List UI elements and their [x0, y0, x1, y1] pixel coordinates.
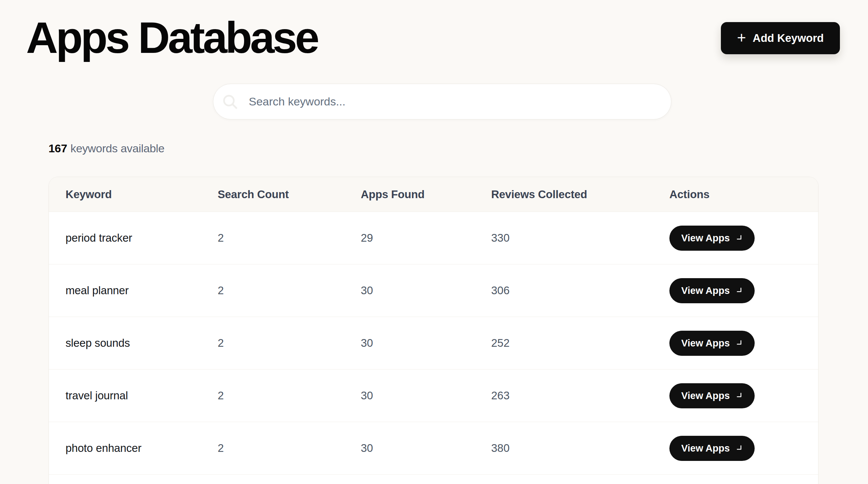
keyword-cell: meal planner — [65, 284, 218, 297]
return-arrow-icon — [736, 392, 743, 399]
return-arrow-icon — [736, 234, 743, 242]
reviews-collected-cell: 306 — [491, 284, 670, 297]
keywords-count-label: keywords available — [70, 142, 164, 154]
search-bar — [213, 84, 672, 119]
plus-icon: + — [737, 30, 746, 45]
table-row-partial — [49, 475, 818, 484]
return-arrow-icon — [736, 287, 743, 294]
search-count-cell: 2 — [218, 232, 361, 244]
keyword-cell: sleep sounds — [65, 337, 218, 349]
table-row: sleep sounds 2 30 252 View Apps — [49, 317, 818, 370]
view-apps-label: View Apps — [681, 338, 730, 349]
return-arrow-icon — [736, 339, 743, 347]
table-row: photo enhancer 2 30 380 View Apps — [49, 422, 818, 475]
view-apps-button[interactable]: View Apps — [670, 278, 755, 303]
column-header-keyword: Keyword — [65, 188, 218, 201]
table-row: travel journal 2 30 263 View Apps — [49, 370, 818, 422]
view-apps-button[interactable]: View Apps — [670, 226, 755, 251]
view-apps-button[interactable]: View Apps — [670, 331, 755, 356]
search-count-cell: 2 — [218, 389, 361, 402]
view-apps-button[interactable]: View Apps — [670, 383, 755, 408]
keywords-table-card: Keyword Search Count Apps Found Reviews … — [49, 177, 818, 484]
view-apps-label: View Apps — [681, 233, 730, 244]
keyword-cell: photo enhancer — [65, 442, 218, 455]
search-count-cell: 2 — [218, 442, 361, 455]
search-count-cell: 2 — [218, 284, 361, 297]
apps-found-cell: 30 — [361, 442, 491, 455]
column-header-reviews-collected: Reviews Collected — [491, 188, 670, 201]
keywords-count: 167 — [49, 142, 67, 154]
column-header-apps-found: Apps Found — [361, 188, 491, 201]
page-title: Apps Database — [26, 13, 317, 62]
reviews-collected-cell: 263 — [491, 389, 670, 402]
apps-found-cell: 30 — [361, 337, 491, 349]
table-header-row: Keyword Search Count Apps Found Reviews … — [49, 177, 818, 212]
view-apps-label: View Apps — [681, 390, 730, 401]
table-row: meal planner 2 30 306 View Apps — [49, 264, 818, 317]
add-keyword-button[interactable]: + Add Keyword — [721, 22, 840, 54]
search-input[interactable] — [213, 84, 672, 119]
keyword-cell: travel journal — [65, 389, 218, 402]
add-keyword-label: Add Keyword — [753, 32, 824, 45]
keyword-cell: period tracker — [65, 232, 218, 244]
reviews-collected-cell: 252 — [491, 337, 670, 349]
apps-found-cell: 30 — [361, 389, 491, 402]
reviews-collected-cell: 380 — [491, 442, 670, 455]
column-header-search-count: Search Count — [218, 188, 361, 201]
table-row: period tracker 2 29 330 View Apps — [49, 212, 818, 264]
column-header-actions: Actions — [670, 188, 802, 201]
view-apps-label: View Apps — [681, 285, 730, 296]
reviews-collected-cell: 330 — [491, 232, 670, 244]
apps-database-page: { "page": { "title": "Apps Database" }, … — [0, 0, 868, 484]
apps-found-cell: 29 — [361, 232, 491, 244]
return-arrow-icon — [736, 445, 743, 452]
view-apps-button[interactable]: View Apps — [670, 436, 755, 461]
keywords-summary: 167keywords available — [49, 142, 164, 155]
apps-found-cell: 30 — [361, 284, 491, 297]
search-count-cell: 2 — [218, 337, 361, 349]
view-apps-label: View Apps — [681, 443, 730, 454]
